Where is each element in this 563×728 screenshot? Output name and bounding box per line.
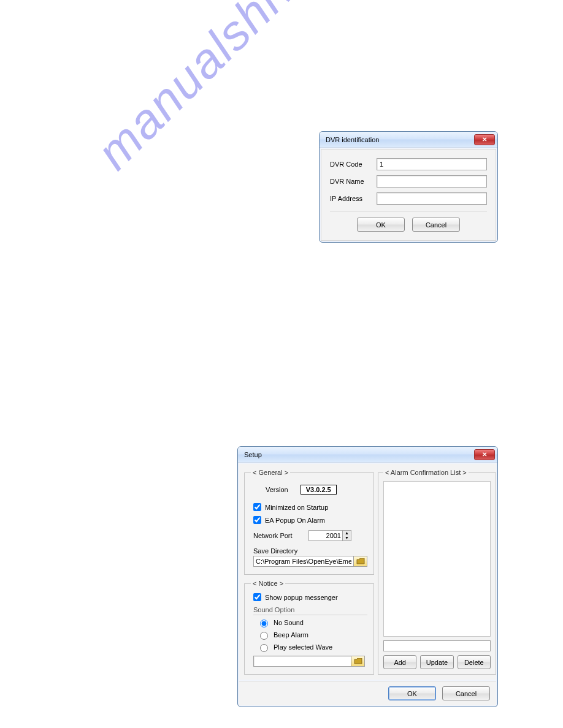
dvr-name-label: DVR Name: [330, 178, 377, 185]
folder-browse-icon[interactable]: [351, 656, 365, 667]
version-row: Version V3.0.2.5: [266, 485, 367, 495]
save-directory-label: Save Directory: [253, 547, 367, 555]
ea-popup-row: EA Popup On Alarm: [253, 516, 367, 524]
add-button[interactable]: Add: [383, 655, 416, 669]
version-label: Version: [266, 486, 288, 493]
spinner-buttons[interactable]: ▲▼: [342, 531, 351, 540]
alarm-buttons: Add Update Delete: [383, 655, 491, 669]
notice-group: < Notice > Show popup messenger Sound Op…: [244, 580, 374, 675]
dvr-dialog-body: DVR Code DVR Name IP Address OK Cancel: [321, 149, 496, 241]
show-popup-row: Show popup messenger: [253, 593, 367, 601]
network-port-input[interactable]: [309, 532, 342, 539]
play-wave-label: Play selected Wave: [274, 643, 332, 651]
network-port-label: Network Port: [253, 532, 308, 539]
close-icon[interactable]: ✕: [474, 134, 495, 145]
save-directory-row: [253, 556, 367, 567]
version-value: V3.0.2.5: [301, 485, 337, 495]
setup-titlebar[interactable]: Setup ✕: [238, 447, 497, 463]
general-group: < General > Version V3.0.2.5 Minimized o…: [244, 469, 374, 575]
folder-browse-icon[interactable]: [354, 556, 367, 567]
dvr-dialog-title: DVR identification: [326, 136, 379, 143]
ip-address-row: IP Address: [330, 192, 487, 205]
update-button[interactable]: Update: [420, 655, 453, 669]
dvr-code-row: DVR Code: [330, 158, 487, 170]
network-port-spinner[interactable]: ▲▼: [308, 530, 351, 541]
ok-button[interactable]: OK: [357, 218, 405, 232]
beep-alarm-row: Beep Alarm: [257, 630, 367, 640]
no-sound-radio[interactable]: [260, 620, 268, 628]
alarm-legend: < Alarm Confirmation List >: [383, 469, 469, 476]
show-popup-label: Show popup messenger: [265, 594, 338, 601]
dvr-name-input[interactable]: [377, 175, 487, 188]
delete-button[interactable]: Delete: [458, 655, 491, 669]
no-sound-row: No Sound: [257, 618, 367, 628]
dvr-dialog-titlebar[interactable]: DVR identification ✕: [320, 132, 497, 148]
setup-right-column: < Alarm Confirmation List > Add Update D…: [378, 469, 491, 675]
notice-legend: < Notice >: [251, 580, 285, 587]
alarm-confirmation-list[interactable]: [383, 481, 491, 637]
play-wave-row: Play selected Wave: [257, 642, 367, 652]
alarm-selected-input[interactable]: [383, 640, 491, 651]
wave-path-row: [253, 656, 365, 667]
cancel-button[interactable]: Cancel: [442, 686, 490, 700]
play-wave-radio[interactable]: [260, 644, 268, 652]
setup-title: Setup: [244, 451, 262, 458]
sound-option-label: Sound Option: [253, 606, 367, 615]
dvr-name-row: DVR Name: [330, 175, 487, 188]
beep-alarm-radio[interactable]: [260, 632, 268, 640]
cancel-button[interactable]: Cancel: [412, 218, 460, 232]
network-port-row: Network Port ▲▼: [253, 530, 367, 541]
ea-popup-label: EA Popup On Alarm: [265, 517, 325, 524]
dvr-identification-dialog: DVR identification ✕ DVR Code DVR Name I…: [319, 131, 498, 243]
setup-dialog: Setup ✕ < General > Version V3.0.2.5 Min…: [237, 446, 498, 707]
wave-path-input[interactable]: [253, 656, 351, 667]
setup-body: < General > Version V3.0.2.5 Minimized o…: [239, 464, 496, 680]
dvr-code-input[interactable]: [377, 158, 487, 170]
minimize-on-startup-label: Minimized on Startup: [265, 504, 328, 511]
setup-left-column: < General > Version V3.0.2.5 Minimized o…: [244, 469, 374, 675]
save-directory-input[interactable]: [253, 556, 354, 567]
setup-footer: OK Cancel: [239, 681, 496, 705]
minimize-on-startup-checkbox[interactable]: [253, 503, 261, 511]
general-legend: < General >: [251, 469, 290, 476]
beep-alarm-label: Beep Alarm: [274, 631, 308, 639]
ea-popup-checkbox[interactable]: [253, 516, 261, 524]
dvr-code-label: DVR Code: [330, 161, 377, 168]
ip-address-input[interactable]: [377, 192, 487, 205]
close-icon[interactable]: ✕: [474, 449, 495, 460]
alarm-confirmation-group: < Alarm Confirmation List > Add Update D…: [378, 469, 496, 675]
ip-address-label: IP Address: [330, 195, 377, 202]
show-popup-checkbox[interactable]: [253, 593, 261, 601]
ok-button[interactable]: OK: [388, 686, 436, 700]
no-sound-label: No Sound: [274, 619, 304, 626]
dvr-dialog-buttons: OK Cancel: [330, 211, 487, 232]
minimize-on-startup-row: Minimized on Startup: [253, 503, 367, 511]
